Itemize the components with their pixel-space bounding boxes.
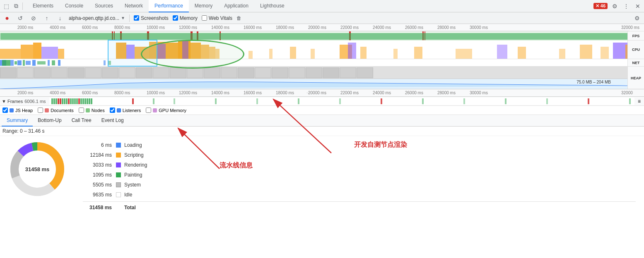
gpu-memory-checkbox[interactable] bbox=[146, 108, 151, 113]
tab-performance[interactable]: Performance bbox=[149, 0, 189, 12]
listeners-checkbox-label[interactable]: Listeners bbox=[110, 108, 141, 113]
inspect-icon[interactable]: ⬚ bbox=[2, 2, 11, 11]
frames-row: ▼ Frames 6006.1 ms bbox=[0, 97, 644, 106]
tab-network[interactable]: Network bbox=[119, 0, 149, 12]
subtab-call-tree[interactable]: Call Tree bbox=[67, 115, 96, 127]
web-vitals-checkbox[interactable] bbox=[202, 15, 207, 21]
svg-rect-35 bbox=[290, 47, 296, 59]
documents-checkbox[interactable] bbox=[38, 108, 43, 113]
svg-rect-44 bbox=[518, 47, 526, 59]
js-heap-checkbox-label[interactable]: JS Heap bbox=[2, 108, 33, 113]
subtab-bottom-up[interactable]: Bottom-Up bbox=[33, 115, 66, 127]
screenshots-checkbox-label[interactable]: Screenshots bbox=[134, 15, 169, 21]
svg-rect-19 bbox=[41, 47, 58, 59]
main-content: Range: 0 – 31.46 s bbox=[0, 127, 644, 238]
settings-icon[interactable]: ⚙ bbox=[610, 2, 619, 11]
tab-memory[interactable]: Memory bbox=[189, 0, 218, 12]
svg-rect-86 bbox=[91, 98, 92, 104]
cpu-track bbox=[0, 41, 627, 59]
svg-rect-30 bbox=[201, 45, 209, 59]
download-button[interactable]: ↓ bbox=[55, 14, 65, 23]
record-button[interactable]: ● bbox=[2, 14, 12, 23]
memory-checkbox-label[interactable]: Memory bbox=[173, 15, 198, 21]
tick-18000: 18000 ms bbox=[276, 25, 294, 30]
summary-row-idle: 9635 ms Idle bbox=[83, 190, 636, 200]
tick-12000: 12000 ms bbox=[179, 25, 197, 30]
painting-color-box bbox=[116, 172, 121, 177]
svg-rect-99 bbox=[588, 98, 589, 104]
total-color-box bbox=[116, 205, 121, 210]
svg-rect-76 bbox=[70, 98, 72, 104]
checkboxes-row: JS Heap Documents Nodes Listeners GPU Me… bbox=[0, 106, 644, 115]
frames-collapse-icon[interactable]: ▼ Frames bbox=[2, 99, 23, 104]
more-icon[interactable]: ⋮ bbox=[622, 2, 631, 11]
summary-row-painting: 1095 ms Painting bbox=[83, 170, 636, 180]
svg-rect-82 bbox=[82, 98, 84, 104]
nodes-checkbox-label[interactable]: Nodes bbox=[79, 108, 105, 113]
nav-tabs: Elements Console Sources Network Perform… bbox=[27, 0, 290, 12]
reload-record-button[interactable]: ↺ bbox=[16, 14, 25, 23]
svg-rect-16 bbox=[0, 49, 21, 59]
tick-2000: 2000 ms bbox=[17, 25, 33, 30]
donut-total-ms: 31458 ms bbox=[25, 166, 50, 172]
idle-color-box bbox=[116, 192, 121, 197]
gpu-memory-checkbox-label[interactable]: GPU Memory bbox=[146, 108, 186, 113]
rendering-color-box bbox=[116, 162, 121, 167]
documents-color bbox=[45, 108, 49, 112]
svg-rect-87 bbox=[132, 98, 134, 104]
svg-rect-14 bbox=[0, 33, 627, 40]
trash-icon[interactable]: 🗑 bbox=[236, 15, 241, 21]
screenshots-checkbox[interactable] bbox=[134, 15, 139, 21]
tab-lighthouse[interactable]: Lighthouse bbox=[254, 0, 290, 12]
screenshots-label: Screenshots bbox=[141, 15, 169, 21]
frames-mini-track bbox=[49, 98, 634, 105]
summary-row-rendering: 3033 ms Rendering bbox=[83, 160, 636, 170]
svg-rect-40 bbox=[393, 49, 398, 59]
clear-button[interactable]: ⊘ bbox=[29, 14, 38, 23]
svg-rect-20 bbox=[58, 49, 64, 59]
js-heap-label: JS Heap bbox=[15, 108, 33, 113]
loading-color-box bbox=[116, 143, 121, 148]
subtab-event-log[interactable]: Event Log bbox=[96, 115, 129, 127]
svg-rect-42 bbox=[456, 49, 472, 59]
scripting-label: Scripting bbox=[124, 152, 144, 158]
error-badge: ✕ 46 bbox=[593, 3, 608, 9]
screenshots-strip bbox=[0, 67, 627, 79]
close-icon[interactable]: ✕ bbox=[633, 2, 642, 11]
tick-16000: 16000 ms bbox=[244, 25, 262, 30]
tab-elements[interactable]: Elements bbox=[27, 0, 59, 12]
frames-options-icon[interactable]: ≡ bbox=[638, 98, 642, 104]
loading-ms: 6 ms bbox=[83, 142, 116, 148]
device-toggle-icon[interactable]: ⧉ bbox=[12, 2, 21, 11]
documents-checkbox-label[interactable]: Documents bbox=[38, 108, 74, 113]
total-label: Total bbox=[124, 205, 136, 210]
tick-28000: 28000 ms bbox=[437, 25, 456, 30]
upload-button[interactable]: ↑ bbox=[42, 14, 51, 23]
svg-rect-22 bbox=[126, 45, 135, 59]
settings2-icon[interactable]: ⚙ bbox=[632, 14, 642, 23]
system-color-box bbox=[116, 182, 121, 187]
loading-label: Loading bbox=[124, 142, 142, 148]
gpu-memory-color bbox=[153, 108, 157, 112]
scripting-ms: 12184 ms bbox=[83, 152, 116, 158]
svg-rect-94 bbox=[381, 98, 382, 104]
web-vitals-checkbox-label[interactable]: Web Vitals bbox=[202, 15, 232, 21]
range-text: Range: 0 – 31.46 s bbox=[0, 127, 644, 136]
url-caret-icon[interactable]: ▼ bbox=[121, 16, 125, 20]
js-heap-checkbox[interactable] bbox=[2, 108, 8, 113]
tab-sources[interactable]: Sources bbox=[89, 0, 119, 12]
svg-rect-25 bbox=[157, 44, 166, 59]
nodes-color bbox=[86, 108, 90, 112]
memory-checkbox[interactable] bbox=[173, 15, 178, 21]
listeners-checkbox[interactable] bbox=[110, 108, 115, 113]
tick-20000: 20000 ms bbox=[308, 25, 326, 30]
toolbar2: ● ↺ ⊘ ↑ ↓ alpha-open.qttp.jd.co... ▼ Scr… bbox=[0, 12, 644, 24]
tab-console[interactable]: Console bbox=[59, 0, 89, 12]
listeners-label: Listeners bbox=[123, 108, 141, 113]
heap-size-label: 75.0 MB – 204 MB bbox=[576, 80, 611, 84]
nodes-checkbox[interactable] bbox=[79, 108, 84, 113]
subtab-summary[interactable]: Summary bbox=[2, 115, 33, 127]
svg-rect-41 bbox=[414, 47, 422, 59]
tab-application[interactable]: Application bbox=[218, 0, 254, 12]
summary-table: 6 ms Loading 12184 ms Scripting 3033 ms … bbox=[83, 140, 636, 211]
